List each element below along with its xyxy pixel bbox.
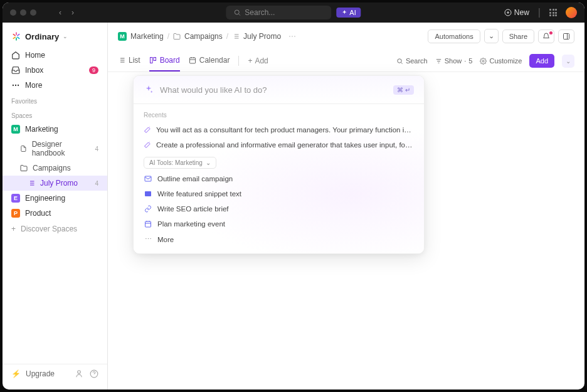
toolbar-search[interactable]: Search — [396, 57, 428, 65]
list-july-promo[interactable]: July Promo 4 — [3, 176, 107, 191]
recent-item-0[interactable]: You will act as a consultant for tech pr… — [134, 122, 424, 137]
nav-forward-icon[interactable]: › — [68, 7, 78, 18]
traffic-min[interactable] — [20, 9, 26, 16]
breadcrumb-space[interactable]: Marketing — [130, 32, 164, 41]
nav-home-label: Home — [25, 51, 45, 60]
svg-line-39 — [401, 62, 403, 63]
toolbar-customize[interactable]: Customize — [480, 57, 522, 65]
search-input[interactable]: Search... — [226, 6, 331, 19]
list-designer-handbook-count: 4 — [95, 146, 98, 152]
more-icon[interactable]: ⋯ — [288, 32, 296, 41]
toolbar-show[interactable]: Show · 5 — [435, 57, 473, 65]
wand-icon — [144, 126, 151, 134]
space-product-badge: P — [11, 209, 20, 218]
space-marketing[interactable]: M Marketing — [3, 122, 107, 137]
add-dropdown[interactable]: ⌄ — [562, 55, 574, 68]
workspace-switcher[interactable]: Ordinary ⌄ — [3, 29, 107, 48]
favorites-section-label: Favorites — [3, 93, 107, 107]
tool-marketing-event[interactable]: Plan marketing event — [134, 216, 424, 231]
folder-campaigns-label: Campaigns — [33, 164, 71, 172]
list-july-promo-count: 4 — [95, 180, 98, 187]
user-icon[interactable] — [75, 369, 83, 378]
tools-more[interactable]: ⋯ More — [134, 231, 424, 247]
toolbar-customize-label: Customize — [489, 57, 522, 65]
search-icon — [396, 58, 403, 65]
chevron-down-icon: ⌄ — [206, 159, 211, 166]
spaces-section-label: Spaces — [3, 107, 107, 122]
plus-icon: + — [11, 225, 16, 233]
nav-more[interactable]: More — [3, 78, 107, 93]
tool-outline-email[interactable]: Outline email campaign — [134, 171, 424, 186]
user-avatar[interactable] — [566, 7, 577, 18]
breadcrumb-folder[interactable]: Campaigns — [184, 32, 223, 41]
svg-rect-46 — [145, 221, 151, 227]
tab-add[interactable]: + Add — [248, 56, 268, 65]
list-july-promo-label: July Promo — [40, 179, 78, 188]
tool-seo-brief[interactable]: Write SEO article brief — [134, 201, 424, 216]
tool-featured-snippet[interactable]: Write featured snippet text — [134, 186, 424, 201]
breadcrumb-list[interactable]: July Promo — [243, 32, 281, 41]
nav-home[interactable]: Home — [3, 48, 107, 63]
space-marketing-badge: M — [11, 125, 20, 134]
keyboard-shortcut: ⌘ ↵ — [393, 85, 414, 95]
nav-back-icon[interactable]: ‹ — [55, 7, 65, 18]
nav-inbox-label: Inbox — [25, 66, 43, 75]
svg-line-6 — [18, 34, 19, 36]
list-icon — [118, 56, 125, 64]
space-engineering-label: Engineering — [25, 194, 65, 203]
tab-list[interactable]: List — [118, 50, 140, 72]
nav-more-label: More — [25, 81, 42, 90]
share-button[interactable]: Share — [502, 29, 534, 43]
svg-rect-26 — [564, 33, 569, 39]
panel-button[interactable] — [558, 29, 574, 43]
nav-inbox[interactable]: Inbox 9 — [3, 63, 107, 78]
svg-rect-33 — [154, 58, 156, 61]
space-engineering[interactable]: E Engineering — [3, 191, 107, 206]
ai-label: AI — [349, 9, 356, 16]
folder-campaigns[interactable]: Campaigns — [3, 161, 107, 176]
svg-line-1 — [239, 14, 240, 16]
new-button[interactable]: New — [504, 8, 529, 17]
tab-board-label: Board — [160, 56, 180, 65]
space-engineering-badge: E — [11, 194, 20, 203]
apps-grid-icon[interactable] — [549, 9, 557, 16]
discover-spaces[interactable]: + Discover Spaces — [3, 221, 107, 237]
filter-icon — [435, 58, 442, 65]
calendar-icon — [144, 220, 152, 228]
svg-rect-32 — [150, 58, 152, 63]
automations-button[interactable]: Automations — [428, 29, 480, 43]
tab-list-label: List — [129, 56, 140, 65]
workspace-name: Ordinary — [25, 32, 59, 41]
sidebar: Ordinary ⌄ Home Inbox 9 More Favorites S… — [3, 23, 108, 389]
tab-calendar[interactable]: Calendar — [189, 50, 230, 72]
inbox-icon — [11, 66, 20, 75]
ai-prompt-input[interactable]: What would you like AI to do? — [160, 85, 387, 95]
ai-tools-chip[interactable]: AI Tools: Marketing ⌄ — [144, 157, 216, 169]
ai-modal: What would you like AI to do? ⌘ ↵ Recent… — [133, 75, 425, 254]
tool-outline-email-label: Outline email campaign — [157, 175, 233, 183]
space-product[interactable]: P Product — [3, 206, 107, 221]
svg-line-7 — [18, 37, 19, 38]
mail-icon — [144, 175, 152, 183]
plus-circle-icon — [504, 9, 512, 16]
add-button[interactable]: Add — [529, 54, 554, 68]
notifications-button[interactable] — [538, 29, 554, 43]
svg-line-9 — [13, 37, 15, 38]
svg-rect-34 — [189, 58, 195, 63]
traffic-close[interactable] — [10, 9, 16, 16]
traffic-max[interactable] — [30, 9, 36, 16]
breadcrumb: M Marketing / Campaigns / July Promo ⋯ — [118, 32, 296, 41]
ai-button[interactable]: AI — [336, 8, 361, 18]
sidebar-footer: ⚡ Upgrade — [3, 364, 107, 383]
svg-point-38 — [398, 58, 401, 62]
link-icon — [144, 205, 152, 213]
inbox-badge: 9 — [89, 66, 98, 74]
recent-item-1[interactable]: Create a professional and informative em… — [134, 137, 424, 152]
list-designer-handbook[interactable]: Designer handbook 4 — [3, 137, 107, 161]
list-icon — [28, 179, 35, 187]
upgrade-button[interactable]: Upgrade — [26, 369, 55, 378]
help-icon[interactable] — [90, 369, 98, 378]
automations-dropdown[interactable]: ⌄ — [484, 29, 499, 43]
sparkle-icon — [144, 85, 154, 95]
tab-board[interactable]: Board — [149, 50, 180, 72]
